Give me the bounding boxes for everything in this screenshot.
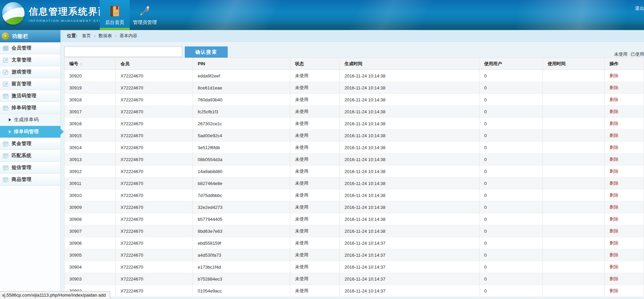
sidebar-item-游戏管理[interactable]: 游戏管理: [0, 66, 60, 78]
delete-link[interactable]: 删除: [610, 193, 618, 198]
confirm-search-button[interactable]: 确认搜索: [185, 46, 228, 58]
cell-status: 未使用: [290, 94, 340, 106]
sidebar-item-匹配系统[interactable]: 匹配系统: [0, 150, 60, 162]
col-header-pin: PIN: [193, 58, 290, 70]
delete-link[interactable]: 删除: [610, 121, 618, 126]
delete-link[interactable]: 删除: [610, 85, 618, 90]
cell-member: X72224670: [116, 94, 193, 106]
cell-user: 0: [479, 189, 543, 201]
breadcrumb-basic-content[interactable]: 基本内容: [120, 33, 137, 39]
delete-link[interactable]: 删除: [610, 73, 618, 78]
cell-id: 30920: [65, 70, 116, 82]
breadcrumb-datatable[interactable]: 数据表: [99, 33, 112, 39]
cell-status: 未使用: [290, 249, 340, 261]
cell-used-time: [543, 201, 605, 213]
cell-status: 未使用: [290, 237, 340, 249]
cell-created: 2016-11-24 10:14:38: [340, 166, 479, 177]
tab-admin-management[interactable]: 管理员管理: [130, 0, 160, 30]
col-header-status: 状态: [290, 58, 340, 70]
filter-used-link[interactable]: 已使用: [631, 52, 644, 57]
tab-backend-home[interactable]: 后台首页: [100, 0, 130, 30]
filter-unused-link[interactable]: 未使用: [614, 52, 627, 57]
delete-link[interactable]: 删除: [610, 264, 618, 269]
codes-table-wrap: 编号◇ 会员 PIN 状态 生成时间 使用用户 使用时间 操作 30920 X7…: [64, 57, 644, 297]
cell-created: 2016-11-24 10:14:37: [340, 273, 479, 285]
cell-member: X72224670: [116, 118, 193, 130]
cell-id: 30905: [65, 249, 116, 261]
col-header-created: 生成时间: [340, 58, 479, 70]
cell-created: 2016-11-24 10:14:38: [340, 118, 479, 130]
cell-member: X72224670: [116, 249, 193, 261]
sidebar-item-会员管理[interactable]: 会员管理: [0, 42, 60, 54]
delete-link[interactable]: 删除: [610, 216, 618, 222]
edit-icon: [3, 81, 9, 87]
cell-member: X72224670: [116, 225, 193, 237]
cell-status: 未使用: [290, 189, 340, 201]
cell-id: 30917: [65, 106, 116, 118]
cell-used-time: [543, 94, 605, 106]
delete-link[interactable]: 删除: [610, 145, 618, 150]
admin-tools-icon: [138, 5, 151, 18]
sidebar-item-奖金管理[interactable]: 奖金管理: [0, 138, 60, 150]
cell-used-time: [543, 166, 605, 177]
cell-created: 2016-11-24 10:14:38: [340, 213, 479, 225]
table-row: 30906 X72224670 ebd558159f 未使用 2016-11-2…: [65, 237, 644, 249]
cell-used-time: [543, 273, 605, 285]
cell-created: 2016-11-24 10:14:38: [340, 94, 479, 106]
status-filters: 未使用 已使用: [612, 51, 644, 57]
delete-link[interactable]: 删除: [610, 133, 618, 138]
sidebar-item-商品管理[interactable]: 商品管理: [0, 174, 60, 186]
cell-id: 30913: [65, 154, 116, 166]
sidebar-subitem-生成排单码[interactable]: 生成排单码: [0, 114, 60, 126]
cell-created: 2016-11-24 10:14:38: [340, 201, 479, 213]
globe-logo-icon: [2, 2, 25, 25]
sidebar-item-短信管理[interactable]: 短信管理: [0, 162, 60, 174]
breadcrumb-home[interactable]: 首页: [82, 33, 91, 39]
search-input[interactable]: [64, 46, 182, 57]
sidebar-item-激活码管理[interactable]: 激活码管理: [0, 90, 60, 102]
calendar-icon: [3, 141, 9, 147]
col-header-member: 会员: [116, 58, 193, 70]
edit-icon: [3, 57, 9, 63]
delete-link[interactable]: 删除: [610, 252, 618, 257]
cell-user: 0: [479, 201, 543, 213]
table-row: 30910 X72224670 7d75ddbbbc 未使用 2016-11-2…: [65, 189, 644, 201]
sidebar-subitem-排单码管理[interactable]: 排单码管理: [0, 126, 60, 138]
cell-created: 2016-11-24 10:14:38: [340, 130, 479, 142]
sidebar-item-排单码管理[interactable]: 排单码管理: [0, 102, 60, 114]
delete-link[interactable]: 删除: [610, 109, 618, 114]
cell-created: 2016-11-24 10:14:37: [340, 285, 479, 297]
cell-member: X72224670: [116, 285, 193, 297]
cell-id: 30915: [65, 130, 116, 142]
calendar-icon: [3, 105, 9, 111]
delete-link[interactable]: 删除: [610, 97, 618, 102]
cell-user: 0: [479, 82, 543, 94]
delete-link[interactable]: 删除: [610, 276, 618, 281]
cell-member: X72224670: [116, 70, 193, 82]
cell-user: 0: [479, 130, 543, 142]
cell-created: 2016-11-24 10:14:38: [340, 82, 479, 94]
sidebar-item-文章管理[interactable]: 文章管理: [0, 54, 60, 66]
delete-link[interactable]: 删除: [610, 204, 618, 210]
table-row: 30904 X72224670 e173bc1f4d 未使用 2016-11-2…: [65, 261, 644, 273]
cell-created: 2016-11-24 10:14:37: [340, 249, 479, 261]
cell-used-time: [543, 177, 605, 189]
main-content: 确认搜索 未使用 已使用 编号◇ 会员 PIN 状态 生成时间 使用用户 使用时…: [61, 42, 644, 299]
sort-icon[interactable]: ◇: [80, 62, 82, 66]
delete-link[interactable]: 删除: [610, 157, 618, 162]
delete-link[interactable]: 删除: [610, 228, 618, 233]
table-row: 30909 X72224670 32e2ed4273 未使用 2016-11-2…: [65, 201, 644, 213]
delete-link[interactable]: 删除: [610, 181, 618, 186]
cell-status: 未使用: [290, 106, 340, 118]
delete-link[interactable]: 删除: [610, 169, 618, 174]
col-header-used-time: 使用时间: [543, 58, 605, 70]
logout-link[interactable]: 退出: [635, 5, 644, 12]
cell-pin: b752884ec3: [193, 273, 290, 285]
delete-link[interactable]: 删除: [610, 288, 618, 293]
top-nav-tabs: 后台首页 管理员管理: [100, 0, 160, 30]
sidebar-item-留言管理[interactable]: 留言管理: [0, 78, 60, 90]
cell-user: 0: [479, 273, 543, 285]
delete-link[interactable]: 删除: [610, 240, 618, 245]
cell-pin: fc25cfb1f3: [193, 106, 290, 118]
col-header-id[interactable]: 编号◇: [65, 58, 116, 70]
